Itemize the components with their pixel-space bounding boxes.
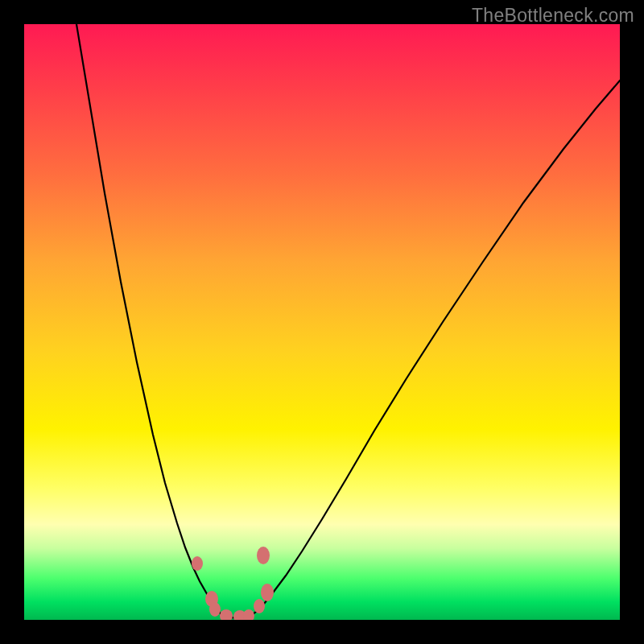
data-marker bbox=[254, 599, 265, 613]
data-marker bbox=[243, 609, 254, 620]
marker-group bbox=[192, 547, 274, 620]
chart-frame: TheBottleneck.com bbox=[0, 0, 644, 644]
curve-right-branch bbox=[250, 80, 620, 617]
data-marker bbox=[209, 602, 221, 617]
data-marker bbox=[257, 547, 270, 564]
curve-left-branch bbox=[76, 24, 223, 617]
data-marker bbox=[192, 556, 203, 571]
data-marker bbox=[261, 584, 274, 601]
watermark-text: TheBottleneck.com bbox=[472, 5, 634, 27]
data-marker bbox=[220, 609, 233, 620]
curve-svg bbox=[24, 24, 620, 620]
plot-area bbox=[24, 24, 620, 620]
